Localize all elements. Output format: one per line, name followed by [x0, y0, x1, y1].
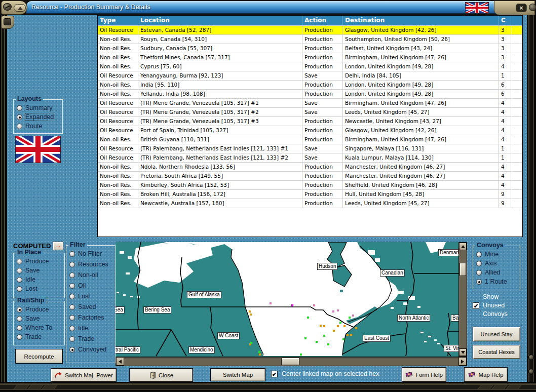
- radio-option[interactable]: Factories: [69, 314, 115, 321]
- scroll-right-button[interactable]: [458, 357, 467, 366]
- table-row[interactable]: Non-oil Res. Sudbury, Canada [55, 307] P…: [98, 44, 522, 53]
- map-resource-dot: [320, 325, 322, 327]
- table-row[interactable]: Oil Resource Estevan, Canada [52, 287] P…: [98, 26, 522, 35]
- map-vertical-scrollbar[interactable]: [458, 242, 467, 357]
- recompute-button[interactable]: Recompute: [15, 349, 63, 364]
- radio-option[interactable]: Allied: [476, 269, 520, 276]
- radio-label: Idle: [25, 276, 35, 283]
- vertical-scroll-thumb[interactable]: [460, 263, 466, 276]
- center-linked-map-checkbox[interactable]: ✔: [271, 371, 278, 377]
- table-row[interactable]: Non-oil Res. Yellandu, India [98, 108] P…: [98, 90, 522, 99]
- radio-option[interactable]: Non-oil: [69, 271, 115, 279]
- radio-option[interactable]: Summary: [17, 104, 62, 111]
- radio-option[interactable]: Lost: [69, 293, 115, 300]
- radio-option[interactable]: No Filter: [69, 250, 115, 257]
- cell-convoys: 3: [499, 35, 511, 44]
- switch-map-button[interactable]: Switch Map: [210, 368, 265, 381]
- cell-destination: Leeds, United Kingdom [45, 27]: [343, 199, 499, 208]
- table-row[interactable]: Oil Resource (TR) Mene Grande, Venezuela…: [98, 99, 522, 108]
- table-row[interactable]: Non-oil Res. British Guyana [110, 331] P…: [98, 135, 522, 144]
- radio-option[interactable]: Resources: [69, 261, 115, 268]
- radio-option[interactable]: 1 Route: [476, 278, 520, 285]
- table-row[interactable]: Oil Resource (TR) Mene Grande, Venezuela…: [98, 108, 522, 117]
- computed-arrow-button[interactable]: →: [53, 242, 63, 250]
- cell-type: Oil Resource: [98, 71, 138, 81]
- arrow-down-icon: [461, 351, 465, 354]
- horizontal-scroll-thumb[interactable]: [281, 358, 299, 365]
- table-row[interactable]: Non-oil Res. Rouyn, Canada [54, 310] Pro…: [98, 35, 522, 44]
- table-row[interactable]: Oil Resource Yenangyaung, Burma [92, 123…: [98, 71, 522, 81]
- table-row[interactable]: Non-oil Res. Thetford Mines, Canada [57,…: [98, 53, 522, 62]
- map-zone-label: Denmark: [438, 249, 458, 256]
- radio-label: Allied: [485, 269, 501, 276]
- screw-icon: [3, 3, 12, 11]
- col-header-destination[interactable]: Destination: [343, 16, 499, 26]
- table-row[interactable]: Non-oil Res. Broken Hill, Australia [156…: [98, 190, 522, 199]
- scroll-left-button[interactable]: [116, 357, 124, 366]
- cell-type: Non-oil Res.: [98, 199, 138, 208]
- table-row[interactable]: Non-oil Res. Newcastle, Australia [157, …: [98, 199, 522, 208]
- radio-option[interactable]: Route: [17, 123, 62, 130]
- radio-option[interactable]: Convoyed: [69, 346, 115, 353]
- table-row[interactable]: Non-oil Res. India [95, 110] Production …: [98, 81, 522, 90]
- window-system-icon[interactable]: [1, 1, 27, 15]
- col-header-action[interactable]: Action: [302, 16, 343, 26]
- map-resource-dot: [327, 343, 329, 345]
- radio-option[interactable]: Save: [17, 315, 64, 322]
- minimize-triangle-icon[interactable]: [14, 4, 26, 12]
- close-button[interactable]: Close: [129, 368, 193, 382]
- table-row[interactable]: Oil Resource Port of Spain, Trinidad [10…: [98, 126, 522, 135]
- radio-option[interactable]: Where To: [17, 324, 64, 331]
- radio-icon: [17, 114, 22, 120]
- radio-label: Saved: [78, 303, 96, 310]
- radio-option[interactable]: Saved: [69, 303, 115, 310]
- show-unused-checkbox[interactable]: ✔: [473, 302, 479, 309]
- radio-option[interactable]: Mine: [476, 251, 520, 258]
- radio-option[interactable]: Produce: [17, 258, 64, 265]
- map-resource-dot: [337, 309, 339, 311]
- map-horizontal-scrollbar[interactable]: [116, 357, 467, 366]
- radio-option[interactable]: Idle: [69, 325, 115, 332]
- radio-icon: [69, 326, 75, 331]
- table-row[interactable]: Oil Resource (TR) Palembang, Netherlands…: [98, 144, 522, 153]
- cell-type: Oil Resource: [98, 26, 138, 35]
- close-window-icon[interactable]: ×: [516, 4, 527, 12]
- map-geography: [116, 242, 458, 357]
- cell-filler: [511, 35, 522, 44]
- col-header-type[interactable]: Type: [98, 16, 138, 26]
- cell-destination: Birmingham, United Kingdom [47, 26]: [343, 99, 499, 108]
- map-canvas[interactable]: HudsonCanadianDenmarkNorth AtlanticEast …: [116, 242, 458, 357]
- map-help-button[interactable]: Map Help: [464, 367, 508, 382]
- table-row[interactable]: Non-oil Res. Pretoria, South Africa [149…: [98, 172, 522, 181]
- scroll-down-button[interactable]: [459, 348, 467, 356]
- radio-option[interactable]: Axis: [476, 260, 520, 267]
- table-row[interactable]: Oil Resource (TR) Mene Grande, Venezuela…: [98, 117, 522, 126]
- switch-major-power-button[interactable]: Switch Maj. Power: [51, 368, 117, 382]
- radio-icon: [69, 294, 75, 299]
- table-row[interactable]: Non-oil Res. Kimberley, South Africa [15…: [98, 181, 522, 190]
- table-row[interactable]: Non-oil Res. Cyprus [75, 60] Production …: [98, 62, 522, 71]
- cell-destination: Kuala Lumpur, Malaya [114, 130]: [343, 153, 499, 163]
- cell-location: Yellandu, India [98, 108]: [138, 90, 302, 99]
- radio-option[interactable]: Oil: [69, 282, 115, 289]
- radio-option[interactable]: Idle: [17, 276, 64, 283]
- radio-option[interactable]: Trade: [17, 333, 64, 340]
- radio-option[interactable]: Save: [17, 267, 64, 274]
- table-row[interactable]: Non-oil Res. Ndola, Northern Rhodesia [1…: [98, 163, 522, 172]
- radio-option[interactable]: Trade: [69, 335, 115, 342]
- cell-type: Oil Resource: [98, 153, 138, 163]
- col-header-location[interactable]: Location: [138, 16, 302, 26]
- scroll-up-button[interactable]: [459, 243, 467, 250]
- radio-option[interactable]: Expanded: [17, 113, 62, 121]
- help-book-icon: [468, 371, 476, 378]
- map-zone-label: Sea: [116, 306, 125, 313]
- col-header-convoys[interactable]: C: [499, 16, 511, 26]
- radio-option[interactable]: Produce: [17, 306, 64, 313]
- table-row[interactable]: Oil Resource (TR) Palembang, Netherlands…: [98, 153, 522, 163]
- coastal-hexes-button[interactable]: Coastal Hexes: [473, 345, 520, 359]
- cell-filler: [511, 172, 522, 181]
- radio-option[interactable]: Lost: [17, 285, 64, 292]
- unused-stay-button[interactable]: Unused Stay: [473, 327, 520, 341]
- titlebar[interactable]: Resource - Production Summary & Details …: [0, 0, 536, 15]
- form-help-button[interactable]: Form Help: [402, 367, 446, 382]
